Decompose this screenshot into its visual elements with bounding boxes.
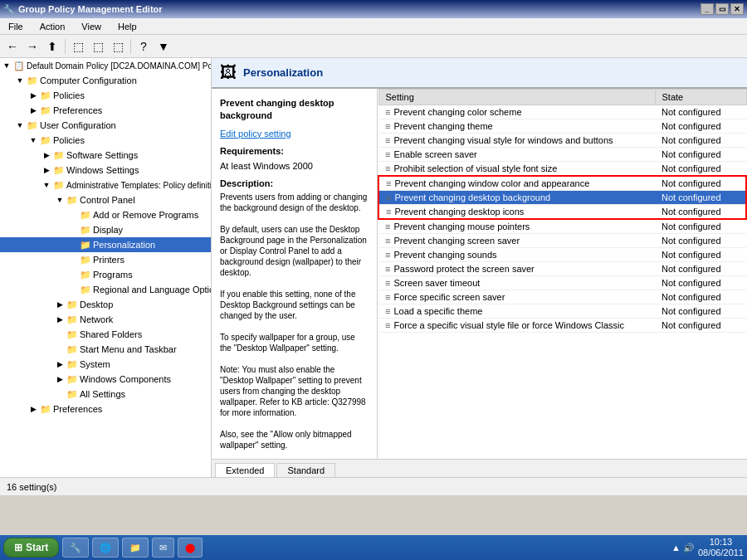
taskbar-app-3[interactable]: 📁	[122, 538, 149, 558]
tree-windows-components[interactable]: ▶ 📁 Windows Components	[0, 372, 211, 387]
setting-name: ≡Prevent changing theme	[378, 119, 655, 134]
table-row[interactable]: ≡Password protect the screen saverNot co…	[378, 262, 746, 276]
help-button[interactable]: ?	[134, 37, 153, 56]
status-bar: 16 setting(s)	[0, 477, 747, 495]
table-row[interactable]: ≡Prevent changing visual style for windo…	[378, 134, 746, 148]
tree-label: Regional and Language Options	[93, 285, 212, 295]
tree-windows-settings[interactable]: ▶ 📁 Windows Settings	[0, 163, 211, 178]
tree-label: Windows Settings	[66, 165, 139, 175]
tree-label: Windows Components	[80, 374, 171, 384]
tree-label: Software Settings	[66, 150, 138, 160]
tree-label: Administrative Templates: Policy definit…	[66, 181, 212, 190]
show-hide-button[interactable]: ⬚	[69, 37, 87, 56]
taskbar-app-2[interactable]: 🌐	[92, 538, 119, 558]
setting-state: Not configured	[655, 176, 746, 191]
tree-software-settings[interactable]: ▶ 📁 Software Settings	[0, 148, 211, 163]
desc-req-label: Requirements:	[220, 145, 369, 158]
tree-user-config[interactable]: ▼ 📁 User Configuration	[0, 118, 211, 133]
tree-printers[interactable]: ▶ 📁 Printers	[0, 252, 211, 267]
tree-user-preferences[interactable]: ▶ 📁 Preferences	[0, 402, 211, 416]
folder-icon: 📁	[66, 329, 78, 340]
table-row[interactable]: ≡Force a specific visual style file or f…	[378, 319, 746, 333]
pane-header-title: Personalization	[243, 66, 323, 79]
setting-name: ≡Prevent changing mouse pointers	[378, 219, 655, 234]
close-button[interactable]: ✕	[730, 3, 744, 15]
start-button[interactable]: ⊞ Start	[3, 538, 59, 558]
expand-icon: ▶	[40, 163, 53, 177]
tab-standard[interactable]: Standard	[276, 463, 335, 477]
table-row[interactable]: ≡Prevent changing soundsNot configured	[378, 248, 746, 262]
system-tray: ▲ 🔊 10:13 08/06/2011	[671, 537, 744, 558]
properties-button[interactable]: ⬚	[89, 37, 107, 56]
tree-display[interactable]: ▶ 📁 Display	[0, 222, 211, 237]
tree-programs[interactable]: ▶ 📁 Programs	[0, 267, 211, 282]
setting-state: Not configured	[655, 205, 746, 220]
back-button[interactable]: ←	[3, 37, 22, 56]
window-controls: _ ▭ ✕	[701, 3, 744, 15]
tree-personalization[interactable]: ▶ 📁 Personalization	[0, 237, 211, 252]
setting-name: ≡Prevent changing visual style for windo…	[378, 134, 655, 148]
menu-view[interactable]: View	[76, 20, 106, 33]
table-row[interactable]: ≡Enable screen saverNot configured	[378, 148, 746, 162]
table-row[interactable]: ≡Prevent changing desktop iconsNot confi…	[378, 205, 746, 220]
app-icon-3: 📁	[129, 543, 141, 553]
expand-icon: ▼	[27, 134, 40, 147]
restore-button[interactable]: ▭	[715, 3, 729, 15]
tree-user-policies[interactable]: ▼ 📁 Policies	[0, 133, 211, 148]
tab-extended[interactable]: Extended	[215, 463, 275, 477]
tree-all-settings[interactable]: ▶ 📁 All Settings	[0, 387, 211, 402]
status-text: 16 setting(s)	[7, 482, 57, 492]
table-row[interactable]: ≡Prevent changing screen saverNot config…	[378, 234, 746, 248]
settings-pane: Setting State ≡Prevent changing color sc…	[378, 89, 747, 459]
setting-state: Not configured	[655, 219, 746, 234]
tree-admin-templates[interactable]: ▼ 📁 Administrative Templates: Policy def…	[0, 178, 211, 192]
up-button[interactable]: ⬆	[43, 37, 61, 56]
table-row[interactable]: ≡Load a specific themeNot configured	[378, 304, 746, 319]
tree-desktop[interactable]: ▶ 📁 Desktop	[0, 297, 211, 312]
time-display: 10:13	[698, 537, 744, 548]
tree-start-menu[interactable]: ▶ 📁 Start Menu and Taskbar	[0, 342, 211, 357]
table-row[interactable]: ≡Prevent changing desktop backgroundNot …	[378, 191, 746, 205]
setting-name: ≡Prevent changing desktop icons	[378, 205, 655, 220]
tree-computer-config[interactable]: ▼ 📁 Computer Configuration	[0, 73, 211, 88]
expand-icon: ▶	[53, 298, 66, 311]
menu-help[interactable]: Help	[113, 20, 142, 33]
forward-button[interactable]: →	[23, 37, 42, 56]
taskbar-app-4[interactable]: ✉	[152, 538, 174, 558]
menu-file[interactable]: File	[3, 20, 28, 33]
tree-add-remove[interactable]: ▶ 📁 Add or Remove Programs	[0, 207, 211, 222]
folder-icon: 📁	[40, 404, 51, 415]
tree-regional[interactable]: ▶ 📁 Regional and Language Options	[0, 282, 211, 297]
taskbar-app-5[interactable]: ⬤	[178, 538, 203, 558]
tree-shared-folders[interactable]: ▶ 📁 Shared Folders	[0, 327, 211, 342]
table-row[interactable]: ≡Prevent changing window color and appea…	[378, 176, 746, 191]
table-row[interactable]: ≡Force specific screen saverNot configur…	[378, 290, 746, 304]
tree-network[interactable]: ▶ 📁 Network	[0, 312, 211, 327]
setting-icon: ≡	[385, 292, 390, 302]
minimize-button[interactable]: _	[701, 3, 714, 15]
tree-comp-policies[interactable]: ▶ 📁 Policies	[0, 88, 211, 103]
expand-icon: ▶	[27, 402, 40, 416]
table-row[interactable]: ≡Prevent changing themeNot configured	[378, 119, 746, 134]
table-row[interactable]: ≡Prevent changing mouse pointersNot conf…	[378, 219, 746, 234]
tree-comp-preferences[interactable]: ▶ 📁 Preferences	[0, 103, 211, 118]
table-row[interactable]: ≡Screen saver timeoutNot configured	[378, 276, 746, 290]
tree-system[interactable]: ▶ 📁 System	[0, 357, 211, 372]
tree-label: Printers	[93, 255, 124, 265]
table-row[interactable]: ≡Prohibit selection of visual style font…	[378, 162, 746, 177]
menu-action[interactable]: Action	[35, 20, 71, 33]
desc-desc-label: Description:	[220, 178, 369, 190]
setting-icon: ≡	[385, 222, 390, 231]
table-row[interactable]: ≡Prevent changing color schemeNot config…	[378, 105, 746, 119]
desc-edit-link[interactable]: Edit policy setting	[220, 128, 369, 140]
middle-area: Prevent changing desktop background Edit…	[212, 89, 747, 459]
dropdown-button[interactable]: ▼	[154, 37, 173, 56]
tree-control-panel[interactable]: ▼ 📁 Control Panel	[0, 192, 211, 207]
folder-icon: 📁	[80, 285, 91, 295]
tree-root[interactable]: ▼ 📋 Default Domain Policy [DC2A.DOMAINA.…	[0, 58, 211, 73]
new-button[interactable]: ⬚	[109, 37, 127, 56]
taskbar-app-1[interactable]: 🔧	[62, 538, 89, 558]
tree-label: User Configuration	[40, 120, 116, 130]
setting-name: ≡Screen saver timeout	[378, 276, 655, 290]
setting-state: Not configured	[655, 276, 746, 290]
